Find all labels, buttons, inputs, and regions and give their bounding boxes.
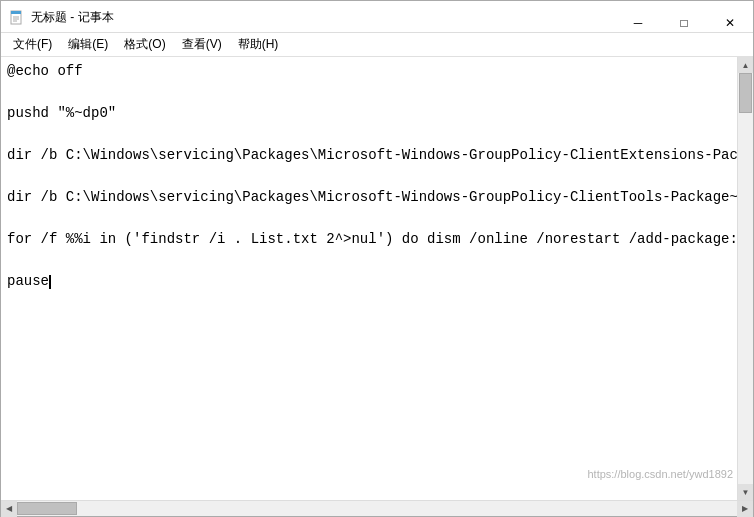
editor-container: @echo off pushd "%~dp0" dir /b C:\Window… (1, 57, 753, 500)
text-cursor (49, 275, 51, 289)
scroll-track-y[interactable] (738, 73, 753, 484)
window-controls: ─ □ ✕ (615, 7, 753, 28)
menu-edit[interactable]: 编辑(E) (60, 34, 116, 55)
menu-help[interactable]: 帮助(H) (230, 34, 287, 55)
horizontal-scrollbar[interactable]: ◀ ▶ (1, 500, 753, 516)
menu-format[interactable]: 格式(O) (116, 34, 173, 55)
watermark: https://blog.csdn.net/ywd1892 (587, 468, 733, 480)
menu-bar: 文件(F) 编辑(E) 格式(O) 查看(V) 帮助(H) (1, 33, 753, 57)
title-bar: 无标题 - 记事本 ─ □ ✕ (1, 1, 753, 33)
menu-file[interactable]: 文件(F) (5, 34, 60, 55)
scroll-track-x[interactable] (17, 501, 737, 516)
scroll-thumb-x[interactable] (17, 502, 77, 515)
scroll-left-arrow[interactable]: ◀ (1, 501, 17, 517)
window-title: 无标题 - 记事本 (31, 9, 114, 26)
title-bar-left: 无标题 - 记事本 (9, 9, 114, 26)
menu-view[interactable]: 查看(V) (174, 34, 230, 55)
app-icon (9, 10, 25, 26)
scroll-thumb-y[interactable] (739, 73, 752, 113)
scroll-down-arrow[interactable]: ▼ (738, 484, 754, 500)
vertical-scrollbar[interactable]: ▲ ▼ (737, 57, 753, 500)
scroll-up-arrow[interactable]: ▲ (738, 57, 754, 73)
editor-textarea[interactable]: @echo off pushd "%~dp0" dir /b C:\Window… (1, 57, 737, 500)
svg-rect-1 (11, 11, 21, 14)
notepad-window: 无标题 - 记事本 ─ □ ✕ 文件(F) 编辑(E) 格式(O) 查看(V) … (0, 0, 754, 517)
scroll-right-arrow[interactable]: ▶ (737, 501, 753, 517)
